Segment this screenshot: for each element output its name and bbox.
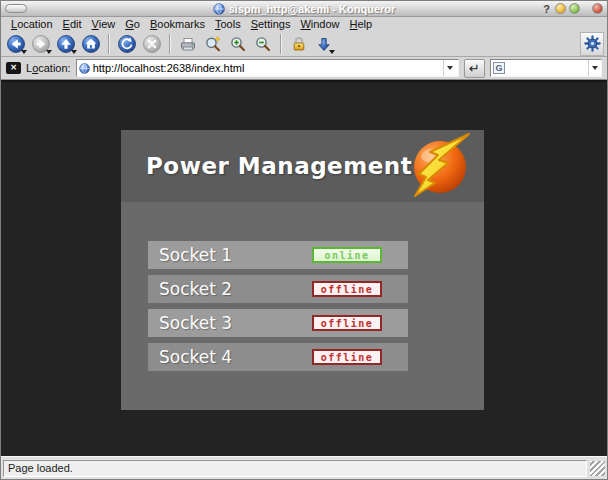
magnifier-sparkle-icon [203,34,223,54]
socket-name: Socket 3 [159,313,232,333]
stop-icon [142,34,162,54]
minimize-button[interactable] [555,3,566,14]
printer-icon [178,34,198,54]
socket-name: Socket 2 [159,279,232,299]
menu-settings[interactable]: Settings [246,18,296,31]
home-icon [81,34,101,54]
menu-view[interactable]: View [87,18,121,31]
resize-grip-icon[interactable] [590,461,605,476]
konqueror-window: sispm_http@akemi - Konqueror ? Location … [0,0,608,480]
google-search-icon: G [493,62,505,74]
search-dropdown-button[interactable] [588,60,601,76]
titlebar: sispm_http@akemi - Konqueror ? [1,1,607,17]
home-button[interactable] [79,32,103,56]
back-button[interactable] [4,32,28,56]
kde-gear-throbber [580,32,604,56]
find-button[interactable] [201,32,225,56]
socket-status-button[interactable]: offline [312,349,382,365]
close-button[interactable] [592,3,603,14]
socket-row: Socket 1 online [148,241,408,269]
main-toolbar [1,31,607,57]
gear-icon [583,34,602,53]
page-favicon [79,63,90,74]
konqueror-globe-icon [213,3,225,15]
search-combobox[interactable]: G [490,59,602,77]
menu-edit[interactable]: Edit [58,18,87,31]
zoom-out-icon [253,34,273,54]
socket-status-button[interactable]: online [312,247,382,263]
menu-go[interactable]: Go [120,18,145,31]
socket-list-panel: Socket 1 online Socket 2 offline Socket … [121,202,484,410]
status-bar: Page loaded. [1,456,607,479]
titlebar-center: sispm_http@akemi - Konqueror [1,1,607,16]
reload-icon [117,34,137,54]
zoom-in-button[interactable] [226,32,250,56]
print-button[interactable] [176,32,200,56]
url-input[interactable]: http://localhost:2638/index.html [93,62,440,74]
dropdown-arrow-icon [592,66,598,70]
forward-dropdown-icon[interactable] [46,50,52,54]
socket-row: Socket 3 offline [148,309,408,337]
power-management-header: Power Management [121,130,484,202]
toolbar-separator [108,34,110,54]
menu-tools[interactable]: Tools [210,18,246,31]
browser-viewport: Power Management Socket 1 online Socket … [1,80,607,456]
toolbar-separator [169,34,171,54]
zoom-in-icon [228,34,248,54]
url-combobox[interactable]: http://localhost:2638/index.html [76,59,459,77]
menu-location[interactable]: Location [6,18,58,31]
location-toolbar: ✕ Location: http://localhost:2638/index.… [1,57,607,80]
up-button[interactable] [54,32,78,56]
location-label-post: cation: [38,62,70,74]
socket-status-button[interactable]: offline [312,315,382,331]
location-label: Location: [26,62,71,74]
socket-row: Socket 4 offline [148,343,408,371]
lock-icon [289,34,309,54]
lightning-bolt-icon [413,133,473,197]
dropdown-arrow-icon [447,66,453,70]
maximize-button[interactable] [569,3,580,14]
download-button[interactable] [312,32,336,56]
zoom-out-button[interactable] [251,32,275,56]
up-dropdown-icon[interactable] [71,50,77,54]
toolbar-separator [280,34,282,54]
menu-bar: Location Edit View Go Bookmarks Tools Se… [1,17,607,31]
download-dropdown-icon[interactable] [329,50,335,54]
sticky-window-button[interactable] [5,4,27,13]
stop-button[interactable] [140,32,164,56]
socket-status-button[interactable]: offline [312,281,382,297]
status-text: Page loaded. [8,462,73,474]
menu-help[interactable]: Help [345,18,378,31]
forward-button[interactable] [29,32,53,56]
socket-name: Socket 1 [159,245,232,265]
go-button[interactable]: ↵ [464,59,485,78]
help-button[interactable]: ? [541,3,552,15]
status-message-field: Page loaded. [3,460,587,477]
clear-location-button[interactable]: ✕ [6,62,21,74]
back-dropdown-icon[interactable] [21,50,27,54]
page-title: Power Management [146,153,412,179]
socket-row: Socket 2 offline [148,275,408,303]
menu-window[interactable]: Window [295,18,344,31]
security-lock-button[interactable] [287,32,311,56]
menu-bookmarks[interactable]: Bookmarks [145,18,210,31]
window-controls: ? [541,3,603,15]
window-title: sispm_http@akemi - Konqueror [229,3,396,15]
url-dropdown-button[interactable] [443,60,456,76]
socket-name: Socket 4 [159,347,232,367]
reload-button[interactable] [115,32,139,56]
